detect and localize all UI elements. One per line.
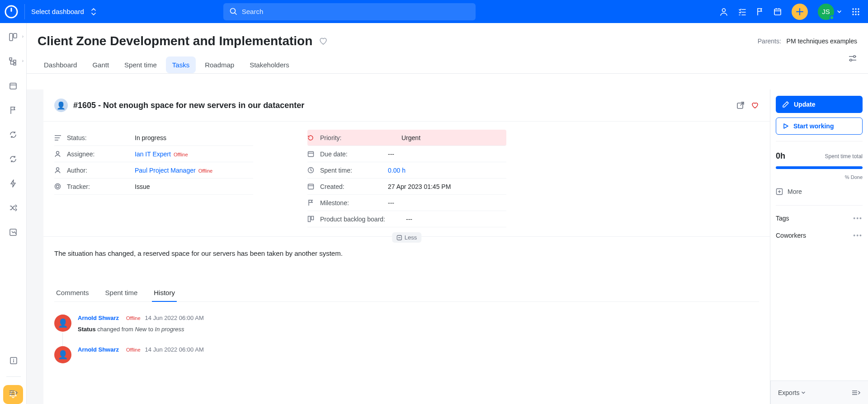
svg-point-35 — [854, 56, 855, 57]
svg-rect-22 — [9, 58, 12, 60]
divider — [24, 4, 25, 19]
history-user-link[interactable]: Arnold Shwarz — [78, 346, 119, 353]
svg-point-12 — [855, 8, 856, 9]
page-title: Client Zone Development and Implementati… — [38, 34, 312, 48]
sidebar-info-button[interactable] — [9, 356, 19, 366]
tab-dashboard[interactable]: Dashboard — [38, 56, 83, 73]
tab-stakeholders[interactable]: Stakeholders — [243, 56, 296, 73]
sidebar-refresh-button[interactable] — [8, 130, 18, 140]
history-avatar[interactable]: 👤 — [54, 346, 71, 363]
sidebar-energy-button[interactable] — [8, 179, 18, 188]
task-panel: 👤 #1605 - Not enough space for new serve… — [43, 89, 868, 404]
refresh-icon — [9, 131, 17, 139]
task-fields: Status: In progress Assignee: Ian IT Exp… — [43, 122, 770, 237]
field-label: Milestone: — [320, 199, 388, 207]
filter-button[interactable] — [848, 55, 857, 63]
field-due-date: Due date: --- — [307, 146, 506, 162]
flag-icon-button[interactable] — [756, 8, 764, 16]
field-value: --- — [406, 216, 412, 223]
coworkers-menu-button[interactable]: ••• — [853, 232, 863, 239]
parent-link[interactable]: PM techniques examples — [787, 38, 857, 45]
content-area: 👤 #1605 - Not enough space for new serve… — [27, 89, 868, 404]
divider — [6, 376, 21, 377]
shuffle-icon — [9, 204, 17, 212]
collapse-fields-button[interactable]: Less — [392, 232, 421, 243]
history-timestamp: 14 Jun 2022 06:00 AM — [145, 315, 204, 321]
user-avatar[interactable]: JS — [818, 4, 834, 20]
user-icon-button[interactable] — [719, 7, 728, 16]
sidebar-sync-button[interactable] — [8, 154, 18, 164]
history-user-link[interactable]: Arnold Shwarz — [78, 315, 119, 321]
board-icon — [307, 216, 320, 222]
svg-rect-1 — [11, 8, 12, 12]
field-label: Assignee: — [67, 150, 135, 158]
unfold-icon — [90, 8, 97, 15]
svg-point-29 — [13, 359, 14, 360]
field-value-link[interactable]: Ian IT ExpertOffline — [135, 150, 188, 158]
sidebar-shuffle-button[interactable] — [8, 203, 18, 213]
apps-grid-button[interactable] — [852, 8, 860, 16]
plus-box-icon — [776, 188, 783, 195]
field-value: --- — [388, 199, 394, 207]
grid-icon — [852, 8, 860, 16]
flag-icon — [9, 106, 17, 114]
history-list: 👤 Arnold Shwarz Offline 14 Jun 2022 06:0… — [43, 302, 770, 377]
search-field[interactable] — [223, 3, 476, 20]
field-status: Status: In progress — [54, 130, 253, 146]
add-button[interactable] — [792, 4, 808, 20]
main: Client Zone Development and Implementati… — [27, 23, 868, 404]
atab-spent-time[interactable]: Spent time — [104, 284, 140, 301]
collapse-sidepanel-button[interactable] — [851, 390, 861, 396]
dashboard-selector[interactable]: Select dashboard — [31, 8, 97, 15]
tree-icon — [9, 57, 17, 66]
tab-tasks[interactable]: Tasks — [166, 56, 196, 73]
offline-badge: Offline — [126, 315, 141, 321]
svg-point-16 — [858, 11, 859, 12]
sidebar-tree-button[interactable]: › — [8, 56, 18, 66]
update-button[interactable]: Update — [776, 96, 863, 113]
clock-icon — [307, 167, 320, 174]
chevron-down-icon[interactable] — [837, 9, 842, 14]
app-logo[interactable] — [5, 3, 18, 20]
svg-rect-21 — [14, 33, 17, 38]
history-avatar[interactable]: 👤 — [54, 315, 71, 332]
tab-gantt[interactable]: Gantt — [86, 56, 115, 73]
atab-history[interactable]: History — [152, 284, 177, 302]
svg-point-17 — [852, 14, 854, 15]
more-toggle[interactable]: More — [776, 184, 863, 199]
info-icon — [9, 357, 18, 365]
heart-icon[interactable] — [751, 101, 759, 109]
task-author-avatar[interactable]: 👤 — [54, 99, 68, 112]
done-label: % Done — [776, 174, 863, 180]
minus-box-icon — [396, 235, 402, 240]
svg-rect-52 — [311, 216, 314, 220]
search-input[interactable] — [242, 8, 469, 15]
offline-badge: Offline — [126, 347, 141, 352]
field-value-link[interactable]: Paul Project ManagerOffline — [135, 167, 212, 174]
heart-icon[interactable] — [319, 37, 328, 46]
field-label: Created: — [320, 183, 388, 190]
sidebar-board-button[interactable]: › — [8, 32, 18, 42]
calendar-icon-button[interactable] — [774, 8, 782, 16]
start-working-button[interactable]: Start working — [776, 117, 863, 135]
board-icon — [9, 33, 17, 41]
sidebar-expand-button[interactable] — [9, 388, 19, 398]
exports-dropdown[interactable]: Exports — [778, 389, 806, 396]
atab-comments[interactable]: Comments — [54, 284, 91, 301]
external-link-icon[interactable] — [736, 101, 745, 109]
divider — [776, 205, 863, 206]
field-value-link[interactable]: 0.00 h — [388, 167, 406, 174]
sidebar-image-button[interactable] — [8, 227, 18, 237]
coworkers-row: Coworkers ••• — [776, 229, 863, 242]
sidebar-calendar-button[interactable] — [8, 81, 18, 91]
coworkers-label: Coworkers — [776, 232, 806, 239]
field-milestone: Milestone: --- — [307, 195, 506, 211]
tab-spent-time[interactable]: Spent time — [118, 56, 163, 73]
sidebar-flag-button[interactable] — [8, 105, 18, 115]
tags-menu-button[interactable]: ••• — [853, 215, 863, 222]
svg-point-2 — [230, 9, 235, 14]
target-icon — [54, 183, 67, 190]
tab-roadmap[interactable]: Roadmap — [198, 56, 241, 73]
checklist-icon-button[interactable] — [738, 8, 746, 16]
sync-icon — [9, 155, 17, 163]
